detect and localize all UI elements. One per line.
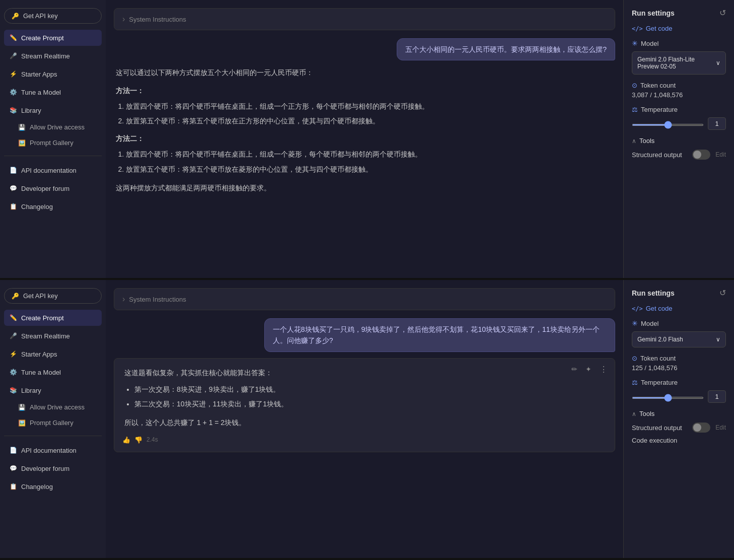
key-icon-2 xyxy=(12,292,19,300)
model-select-2[interactable]: Gemini 2.0 Flash xyxy=(632,331,726,347)
forum-icon-1 xyxy=(9,184,17,192)
run-settings-title-1: Run settings xyxy=(632,9,675,17)
temp-slider-container-1 xyxy=(632,120,704,127)
method1-title-1: 方法一： xyxy=(116,85,613,97)
drive-icon-1 xyxy=(18,123,26,131)
chevron-up-icon-1: ∧ xyxy=(632,137,636,145)
response-intro-1: 这可以通过以下两种方式摆放五个大小相同的一元人民币硬币： xyxy=(116,66,613,79)
sidebar-label-create-2: Create Prompt xyxy=(21,314,64,322)
sidebar-label-create-1: Create Prompt xyxy=(21,34,64,42)
refresh-icon-2[interactable] xyxy=(719,288,726,298)
get-code-link-2[interactable]: </> Get code xyxy=(632,305,726,312)
run-settings-title-2: Run settings xyxy=(632,289,675,297)
temp-row-1: 1 xyxy=(632,117,726,130)
forum-label-1: Developer forum xyxy=(21,185,69,192)
api-key-button-2[interactable]: Get API key xyxy=(4,288,102,304)
response-item1-2: 第一次交易：8块买进，9块卖出，赚了1块钱。 xyxy=(134,383,605,396)
response-time-2: 2.4s xyxy=(146,436,158,443)
temperature-slider-2[interactable] xyxy=(632,397,704,399)
toggle-row-2: Edit xyxy=(692,423,726,433)
chevron-down-icon-1 xyxy=(716,59,720,66)
edit-link-2[interactable]: Edit xyxy=(715,424,726,431)
sidebar-item-library-1[interactable]: Library xyxy=(4,102,102,118)
token-icon-2: ⊙ xyxy=(632,355,637,362)
library-icon-1 xyxy=(9,106,17,114)
forum-label-2: Developer forum xyxy=(21,465,69,472)
structured-output-row-1: Structured output Edit xyxy=(632,150,726,160)
sidebar-item-starter-2[interactable]: Starter Apps xyxy=(4,346,102,362)
chat-area-1: 五个大小相同的一元人民币硬币。要求两两相接触，应该怎么摆? 这可以通过以下两种方… xyxy=(114,38,615,270)
temperature-section-2: ⚖ Temperature 1 xyxy=(632,379,726,403)
sidebar-item-create-prompt-1[interactable]: Create Prompt xyxy=(4,30,102,46)
system-instructions-bar-1[interactable]: › System Instructions xyxy=(114,8,615,30)
changelog-icon-1 xyxy=(9,202,17,211)
model-label-2: Model xyxy=(641,320,658,327)
temperature-section-1: ⚖ Temperature 1 xyxy=(632,106,726,130)
method2-steps-1: 放置四个硬币：将四个硬币平铺在桌面上，组成一个菱形，每个硬币都与相邻的两个硬币接… xyxy=(116,148,613,175)
response-conclusion-2: 所以，这个人总共赚了 1 + 1 = 2块钱。 xyxy=(124,416,605,429)
thumbs-down-icon-2 xyxy=(134,436,142,444)
sidebar-item-tune-2[interactable]: Tune a Model xyxy=(4,364,102,380)
main-content-2: › System Instructions 一个人花8块钱买了一只鸡，9块钱卖掉… xyxy=(106,280,623,558)
structured-output-toggle-1[interactable] xyxy=(692,150,710,160)
sidebar-item-api-docs-2[interactable]: API documentation xyxy=(4,442,102,458)
sidebar-label-starter-2: Starter Apps xyxy=(21,351,57,358)
method1-step2: 放置第五个硬币：将第五个硬币放在正方形的中心位置，使其与四个硬币都接触。 xyxy=(126,115,613,127)
sidebar-item-prompt-gallery-2[interactable]: Prompt Gallery xyxy=(4,416,102,430)
run-settings-header-2: Run settings xyxy=(632,288,726,298)
method2-step1: 放置四个硬币：将四个硬币平铺在桌面上，组成一个菱形，每个硬币都与相邻的两个硬币接… xyxy=(126,148,613,161)
refresh-icon-1[interactable] xyxy=(719,8,726,18)
method2-title-1: 方法二： xyxy=(116,132,613,145)
changelog-label-1: Changelog xyxy=(21,203,53,211)
thumbs-down-button-2[interactable] xyxy=(134,436,142,444)
token-section-2: ⊙ Token count 125 / 1,048,576 xyxy=(632,355,726,372)
sidebar-item-allow-drive-1[interactable]: Allow Drive access xyxy=(4,120,102,134)
more-button-2[interactable] xyxy=(598,364,610,375)
temp-icon-1: ⚖ xyxy=(632,106,638,113)
response-items-2: 第一次交易：8块买进，9块卖出，赚了1块钱。 第二次交易：10块买进，11块卖出… xyxy=(124,383,605,410)
model-value-1: Gemini 2.0 Flash-Lite Preview 02-05 xyxy=(637,56,716,70)
api-key-button-1[interactable]: Get API key xyxy=(4,8,102,24)
chevron-up-icon-2: ∧ xyxy=(632,410,636,417)
sidebar-item-prompt-gallery-1[interactable]: Prompt Gallery xyxy=(4,136,102,150)
chat-area-2: 一个人花8块钱买了一只鸡，9块钱卖掉了，然后他觉得不划算，花10块钱又买回来了，… xyxy=(114,318,615,550)
gallery-icon-1 xyxy=(18,139,26,147)
sidebar-item-stream-2[interactable]: Stream Realtime xyxy=(4,328,102,344)
temperature-slider-1[interactable] xyxy=(632,124,704,126)
system-instructions-bar-2[interactable]: › System Instructions xyxy=(114,288,615,310)
user-message-2: 一个人花8块钱买了一只鸡，9块钱卖掉了，然后他觉得不划算，花10块钱又买回来了，… xyxy=(264,318,615,352)
api-key-label-1: Get API key xyxy=(23,12,58,20)
sidebar-item-tune-1[interactable]: Tune a Model xyxy=(4,84,102,100)
structured-output-toggle-2[interactable] xyxy=(692,423,710,433)
edit-link-1[interactable]: Edit xyxy=(715,151,726,158)
chevron-icon-1: › xyxy=(122,15,125,24)
sidebar-item-starter-1[interactable]: Starter Apps xyxy=(4,66,102,82)
sidebar-item-stream-1[interactable]: Stream Realtime xyxy=(4,48,102,64)
api-docs-label-2: API documentation xyxy=(21,447,77,454)
method1-step1: 放置四个硬币：将四个硬币平铺在桌面上，组成一个正方形，每个硬币都与相邻的两个硬币… xyxy=(126,100,613,113)
model-select-1[interactable]: Gemini 2.0 Flash-Lite Preview 02-05 xyxy=(632,51,726,75)
sidebar-item-changelog-1[interactable]: Changelog xyxy=(4,198,102,215)
sidebar-item-api-docs-1[interactable]: API documentation xyxy=(4,162,102,178)
method1-steps-1: 放置四个硬币：将四个硬币平铺在桌面上，组成一个正方形，每个硬币都与相邻的两个硬币… xyxy=(116,100,613,127)
get-code-link-1[interactable]: </> Get code xyxy=(632,25,726,32)
response-item2-2: 第二次交易：10块买进，11块卖出，赚了1块钱。 xyxy=(134,398,605,410)
sparkle-button-2[interactable] xyxy=(583,364,594,374)
code-icon-1: </> xyxy=(632,25,643,32)
panel-2: Get API key Create Prompt Stream Realtim… xyxy=(0,280,734,560)
sidebar-label-stream-2: Stream Realtime xyxy=(21,332,70,340)
tools-header-2[interactable]: ∧ Tools xyxy=(632,410,726,417)
panel-1: Get API key Create Prompt Stream Realtim… xyxy=(0,0,734,280)
edit-response-button-2[interactable] xyxy=(569,364,579,374)
prompt-gallery-label-1: Prompt Gallery xyxy=(30,139,74,147)
tools-header-1[interactable]: ∧ Tools xyxy=(632,137,726,145)
forum-icon-2 xyxy=(9,464,17,472)
sidebar-item-forum-1[interactable]: Developer forum xyxy=(4,180,102,196)
sidebar-item-forum-2[interactable]: Developer forum xyxy=(4,460,102,476)
sidebar-item-changelog-2[interactable]: Changelog xyxy=(4,478,102,495)
sidebar-item-create-prompt-2[interactable]: Create Prompt xyxy=(4,310,102,326)
sidebar-item-library-2[interactable]: Library xyxy=(4,382,102,398)
sidebar-item-allow-drive-2[interactable]: Allow Drive access xyxy=(4,400,102,414)
chevron-icon-2: › xyxy=(122,295,125,304)
thumbs-up-button-2[interactable] xyxy=(122,436,130,444)
